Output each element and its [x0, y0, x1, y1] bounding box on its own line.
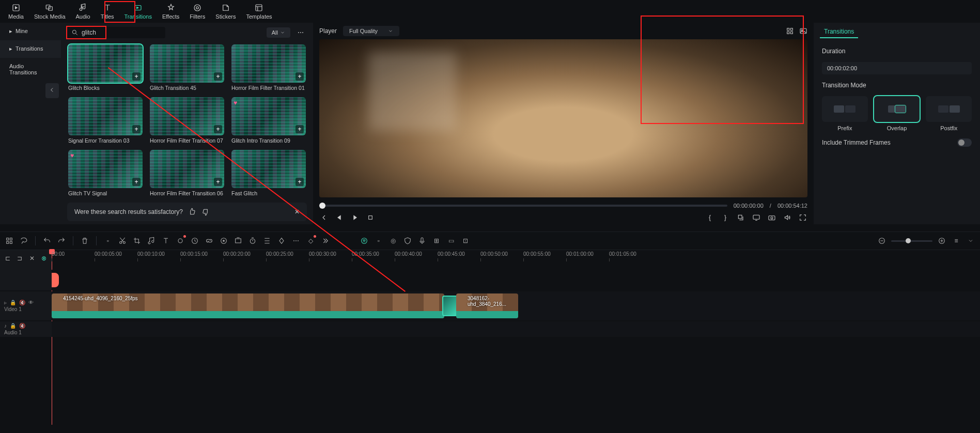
marker-icon[interactable] — [736, 213, 745, 222]
video-track-body[interactable]: 4154245-uhd_4096_2160_25fps 3048162-uhd_… — [52, 291, 980, 320]
snap-icon[interactable]: ⊐ — [15, 253, 25, 264]
tool-4-icon[interactable]: ▭ — [446, 236, 456, 246]
image-icon[interactable] — [799, 27, 807, 35]
tool-5-icon[interactable]: ⊡ — [460, 236, 471, 246]
tab-effects[interactable]: Effects — [158, 1, 183, 22]
collapse-sidebar-button[interactable] — [45, 83, 59, 98]
tab-filters[interactable]: Filters — [185, 1, 209, 22]
scrub-track[interactable] — [319, 205, 727, 207]
audio-track-body[interactable] — [52, 321, 980, 337]
timer-button[interactable] — [247, 236, 258, 246]
tab-media[interactable]: Media — [4, 1, 28, 22]
search-input[interactable] — [82, 29, 154, 36]
link-button[interactable] — [204, 236, 214, 246]
cut-button[interactable] — [117, 236, 128, 246]
crop-button[interactable] — [132, 236, 142, 246]
tool-2-icon[interactable]: ◎ — [388, 236, 398, 246]
lock-icon[interactable]: 🔒 — [10, 323, 16, 329]
mode-prefix[interactable]: Prefix — [822, 96, 868, 131]
tool-3-icon[interactable]: ⊞ — [431, 236, 442, 246]
transition-thumb[interactable]: + Horror Film Filter Transition 07 — [150, 97, 224, 144]
stop-button[interactable] — [366, 213, 375, 222]
trimmed-frames-toggle[interactable] — [957, 138, 972, 147]
track-button[interactable] — [262, 236, 272, 246]
thumbs-up-icon[interactable] — [188, 208, 196, 216]
mic-button[interactable] — [417, 236, 427, 246]
tab-stickers[interactable]: Stickers — [211, 1, 240, 22]
mute-icon[interactable]: 🔇 — [19, 300, 25, 305]
tab-audio[interactable]: Audio — [72, 1, 95, 22]
tool-select-icon[interactable] — [4, 236, 14, 246]
shield-icon[interactable] — [402, 236, 413, 246]
redo-button[interactable] — [56, 236, 67, 246]
lock-icon[interactable]: 🔒 — [10, 300, 16, 305]
duration-input[interactable]: 00:00:02:00 — [822, 62, 972, 74]
brace-close-icon[interactable]: } — [721, 213, 730, 222]
transition-thumb[interactable]: ♥ + Glitch TV Signal — [68, 150, 143, 196]
transition-thumb[interactable]: + Glitch Blocks — [68, 44, 143, 91]
ai-button[interactable] — [359, 236, 369, 246]
speed-button[interactable] — [190, 236, 200, 246]
tool-x-icon[interactable]: ⋯ — [291, 236, 301, 246]
preview-canvas[interactable] — [319, 39, 807, 197]
tab-templates[interactable]: Templates — [242, 1, 276, 22]
transition-thumb[interactable]: + Horror Film Filter Transition 06 — [150, 150, 224, 196]
play-button[interactable] — [350, 213, 360, 222]
prev-frame-button[interactable] — [319, 213, 329, 222]
transition-thumb[interactable]: + Signal Error Transition 03 — [68, 97, 143, 144]
color-button[interactable] — [219, 236, 229, 246]
more-menu-button[interactable]: ⋯ — [294, 29, 307, 36]
music-button[interactable] — [146, 236, 157, 246]
mode-overlap[interactable]: Overlap — [874, 96, 920, 131]
video-clip-2[interactable]: 3048162-uhd_3840_216... — [456, 293, 518, 318]
thumbs-down-icon[interactable] — [201, 208, 210, 216]
text-button[interactable] — [161, 236, 171, 246]
expand-tools-button[interactable] — [320, 236, 330, 246]
tool-lasso-icon[interactable] — [19, 236, 29, 246]
volume-button[interactable] — [783, 213, 792, 222]
tab-stock[interactable]: Stock Media — [30, 1, 70, 22]
camera-icon[interactable]: ▹ — [4, 300, 7, 305]
keyframe-button[interactable] — [276, 236, 287, 246]
feedback-close-button[interactable]: ✕ — [294, 208, 300, 215]
tab-titles[interactable]: Titles — [97, 1, 118, 22]
mute-icon[interactable]: 🔇 — [19, 323, 25, 329]
view-list-icon[interactable]: ≡ — [951, 236, 961, 246]
zoom-out-button[interactable] — [877, 236, 887, 246]
sidebar-item-mine[interactable]: ▸Mine — [0, 23, 61, 40]
zoom-in-button[interactable] — [937, 236, 947, 246]
grid-view-icon[interactable] — [786, 27, 794, 35]
screenshot-button[interactable] — [233, 236, 243, 246]
props-tab-transitions[interactable]: Transitions — [820, 26, 858, 38]
transition-thumb[interactable]: ♥ + Glitch Intro Transition 09 — [231, 97, 306, 144]
gap-track-body[interactable] — [52, 270, 980, 290]
record-button[interactable] — [175, 236, 185, 246]
transition-thumb[interactable]: + Fast Glitch — [231, 150, 306, 196]
undo-button[interactable] — [42, 236, 52, 246]
audio-icon[interactable]: ♪ — [4, 323, 7, 329]
tool-a-icon[interactable]: ▫ — [103, 236, 113, 246]
video-clip-1[interactable]: 4154245-uhd_4096_2160_25fps — [52, 293, 444, 318]
link-tracks-icon[interactable]: ✕ — [27, 253, 37, 264]
screen-icon[interactable] — [752, 213, 761, 222]
delete-button[interactable] — [80, 236, 90, 246]
magnet-icon[interactable]: ⊏ — [3, 253, 12, 264]
tool-y-icon[interactable]: ◇ — [305, 236, 316, 246]
sidebar-item-transitions[interactable]: ▸Transitions — [0, 40, 61, 58]
quality-dropdown[interactable]: Full Quality — [343, 26, 399, 36]
fullscreen-button[interactable] — [798, 213, 807, 222]
filter-dropdown[interactable]: All — [267, 27, 290, 38]
transition-thumb[interactable]: + Horror Film Filter Transition 01 — [231, 44, 306, 91]
transition-on-timeline[interactable] — [442, 296, 458, 316]
zoom-slider[interactable] — [891, 240, 932, 242]
eye-icon[interactable]: 👁 — [28, 300, 34, 305]
auto-icon[interactable]: ⊗ — [40, 253, 49, 264]
sidebar-item-audio-transitions[interactable]: Audio Transitions — [0, 58, 61, 81]
brace-open-icon[interactable]: { — [705, 213, 714, 222]
snapshot-button[interactable] — [767, 213, 776, 222]
scrub-thumb[interactable] — [319, 203, 325, 209]
tool-1-icon[interactable]: ▫ — [374, 236, 384, 246]
play-reverse-button[interactable] — [335, 213, 344, 222]
search-box[interactable] — [67, 27, 165, 38]
transition-thumb[interactable]: + Glitch Transition 45 — [150, 44, 224, 91]
